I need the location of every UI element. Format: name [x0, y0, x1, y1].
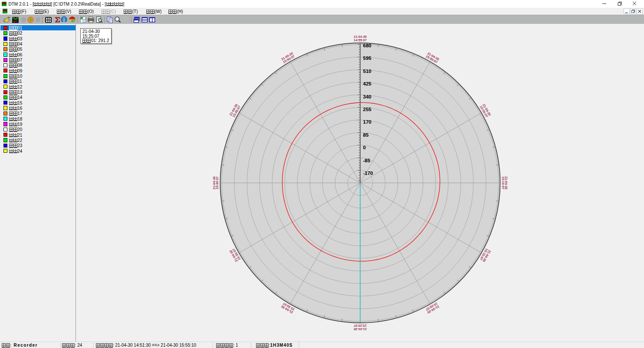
svg-text:425: 425 [363, 81, 372, 86]
svg-text:595: 595 [363, 56, 372, 61]
svg-text:680: 680 [363, 43, 371, 48]
svg-text:15:25:07: 15:25:07 [354, 324, 367, 328]
svg-text:85: 85 [363, 132, 369, 138]
svg-text:-85: -85 [363, 158, 371, 163]
svg-text:14:55:07: 14:55:07 [354, 38, 367, 42]
svg-text:15:40:07: 15:40:07 [215, 176, 219, 189]
svg-text:340: 340 [363, 94, 371, 99]
svg-text:510: 510 [363, 69, 371, 74]
svg-text:255: 255 [363, 107, 372, 112]
svg-text:170: 170 [363, 119, 371, 125]
svg-text:0: 0 [363, 145, 366, 150]
svg-text:-170: -170 [363, 171, 373, 176]
svg-text:15:10:07: 15:10:07 [501, 176, 505, 189]
